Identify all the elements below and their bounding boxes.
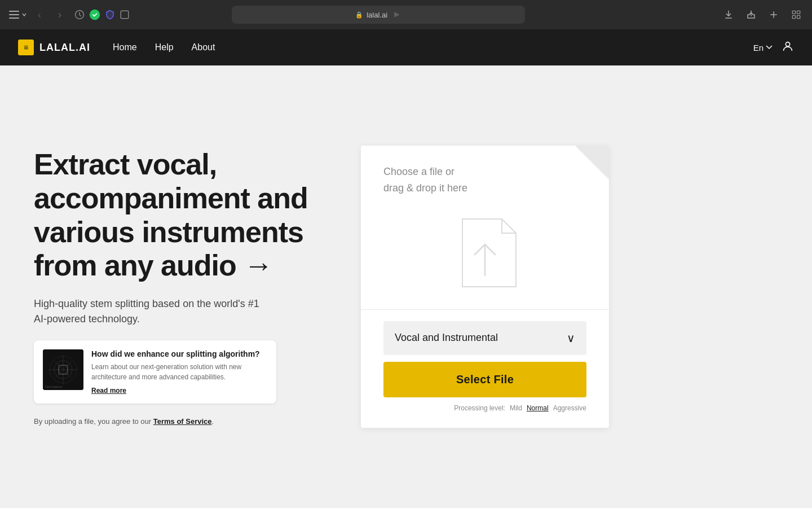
browser-controls: ‹ ›: [9, 7, 68, 23]
url-text: lalal.ai: [367, 11, 387, 19]
svg-rect-0: [9, 11, 19, 12]
nav-help[interactable]: Help: [155, 42, 174, 52]
share-icon[interactable]: [744, 8, 758, 21]
card-corner: [575, 146, 609, 179]
address-bar[interactable]: 🔒 lalal.ai: [232, 6, 525, 24]
logo-text: LALAL.AI: [39, 42, 90, 54]
lock-icon: 🔒: [355, 11, 363, 19]
promo-card: Cassiopeia How did we enhance our splitt…: [34, 340, 276, 404]
promo-description: Learn about our next-generation solution…: [91, 362, 267, 382]
chevron-down-icon: ∨: [567, 331, 575, 345]
svg-rect-5: [121, 11, 129, 19]
svg-rect-6: [792, 11, 795, 14]
processing-level-label: Processing level:: [454, 404, 505, 412]
select-file-button[interactable]: Select File: [383, 362, 586, 397]
processing-level: Processing level: Mild Normal Aggressive: [383, 404, 586, 412]
sidebar-toggle[interactable]: [9, 11, 27, 19]
svg-rect-9: [797, 16, 800, 19]
security-icons: [74, 9, 130, 20]
nav-links: Home Help About: [113, 42, 215, 52]
browser-right-controls: [722, 8, 803, 21]
promo-read-more[interactable]: Read more: [91, 387, 267, 395]
svg-point-10: [785, 42, 789, 46]
nav-about[interactable]: About: [192, 42, 215, 52]
terms-text: By uploading a file, you agree to our Te…: [34, 417, 327, 426]
upload-drop-zone[interactable]: [383, 208, 586, 298]
svg-rect-1: [9, 14, 19, 15]
promo-text: How did we enhance our splitting algorit…: [91, 349, 267, 395]
promo-thumbnail: Cassiopeia: [43, 349, 83, 390]
navbar-right: En: [753, 40, 794, 55]
processing-aggressive[interactable]: Aggressive: [553, 404, 586, 412]
hero-subtitle: High-quality stem splitting based on the…: [34, 296, 271, 327]
new-tab-icon[interactable]: [767, 8, 780, 21]
nav-home[interactable]: Home: [113, 42, 137, 52]
svg-rect-8: [792, 16, 795, 19]
svg-point-4: [90, 10, 100, 20]
main-content: Extract vocal, accompaniment and various…: [0, 65, 812, 508]
hero-title: Extract vocal, accompaniment and various…: [34, 148, 327, 283]
drop-zone-text: Choose a file or drag & drop it here: [383, 164, 586, 196]
svg-rect-2: [9, 17, 19, 19]
stem-type-dropdown[interactable]: Vocal and Instrumental ∨: [383, 321, 586, 355]
svg-text:Cassiopeia: Cassiopeia: [45, 385, 62, 389]
separator: [361, 309, 609, 310]
stem-type-label: Vocal and Instrumental: [395, 332, 498, 344]
back-button[interactable]: ‹: [32, 7, 47, 23]
grid-icon[interactable]: [789, 8, 803, 21]
svg-rect-7: [797, 11, 800, 14]
forward-button[interactable]: ›: [52, 7, 68, 23]
upload-card: Choose a file or drag & drop it here Voc…: [361, 146, 609, 428]
download-icon[interactable]: [722, 8, 735, 21]
promo-title: How did we enhance our splitting algorit…: [91, 349, 267, 358]
user-button[interactable]: [782, 40, 794, 55]
upload-card-inner: Choose a file or drag & drop it here Voc…: [361, 146, 609, 428]
upload-icon: [429, 208, 541, 298]
terms-link[interactable]: Terms of Service: [153, 417, 212, 426]
logo-icon: ≡: [18, 40, 34, 55]
left-panel: Extract vocal, accompaniment and various…: [34, 148, 327, 426]
logo[interactable]: ≡ LALAL.AI: [18, 40, 90, 55]
processing-normal[interactable]: Normal: [527, 404, 549, 412]
processing-mild[interactable]: Mild: [510, 404, 522, 412]
language-selector[interactable]: En: [753, 43, 773, 52]
app-navbar: ≡ LALAL.AI Home Help About En: [0, 29, 812, 65]
browser-chrome: ‹ › 🔒 lalal.ai: [0, 0, 812, 29]
